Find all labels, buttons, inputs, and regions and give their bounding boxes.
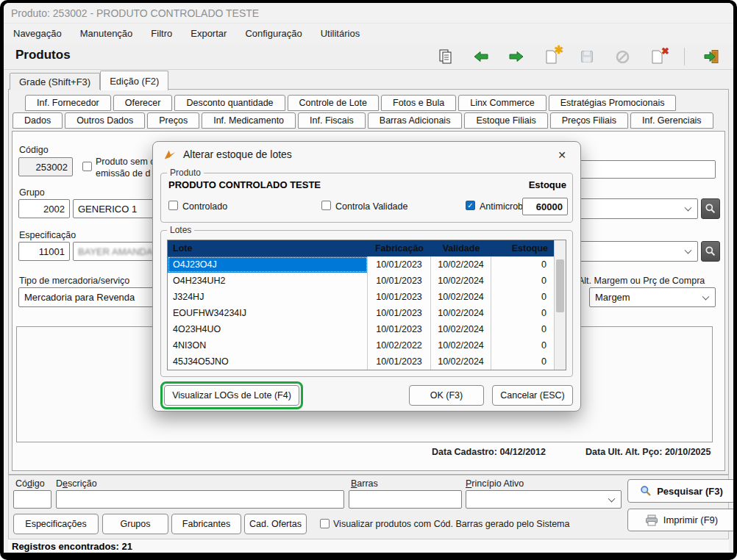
menu-item[interactable]: Utilitários (321, 28, 360, 39)
sub-tab[interactable]: Outros Dados (65, 112, 145, 129)
table-cell[interactable]: 10/02/2024 (431, 321, 491, 337)
sub-tab[interactable]: Preços (147, 112, 199, 129)
table-row[interactable]: 4O23H4UO10/01/202310/02/20240 (168, 321, 554, 337)
table-cell[interactable]: 10/01/2023 (368, 353, 431, 370)
column-header-lote[interactable]: Lote (168, 240, 368, 256)
search-codigo-input[interactable] (13, 490, 51, 509)
dialog-estoque-field[interactable]: 60000 (522, 198, 568, 215)
table-cell[interactable]: 0 (491, 305, 554, 321)
search-principio-combo[interactable] (466, 490, 622, 509)
fabricantes-button[interactable]: Fabricantes (171, 514, 241, 534)
table-cell[interactable]: 0 (491, 256, 554, 273)
table-cell[interactable]: 10/01/2023 (368, 289, 431, 305)
especificacoes-button[interactable]: Especificações (13, 514, 99, 534)
sub-tab[interactable]: Estoque Filiais (464, 112, 547, 129)
sub-tab[interactable]: Inf. Medicamento (202, 112, 296, 129)
controla-validade-label: Controla Validade (335, 201, 407, 212)
table-scrollbar[interactable] (554, 240, 566, 370)
sub-tab[interactable]: Linx Commerce (458, 95, 546, 111)
sub-tab[interactable]: Inf. Fornecedor (25, 95, 111, 111)
table-row[interactable]: EOUFHW34234IJ10/01/202310/02/20240 (168, 305, 554, 321)
column-header-fabricacao[interactable]: Fabricação (368, 240, 431, 256)
search-descricao-input[interactable] (56, 490, 344, 509)
table-cell[interactable]: O4H234UH2 (168, 273, 368, 289)
save-icon[interactable] (578, 48, 596, 65)
scrollbar-thumb[interactable] (556, 259, 564, 312)
table-cell[interactable]: J324HJ (168, 289, 368, 305)
table-cell[interactable]: 10/01/2023 (368, 256, 431, 273)
table-cell[interactable]: 10/02/2024 (431, 305, 491, 321)
table-row[interactable]: 4NI3ON10/02/202210/02/20240 (168, 337, 554, 353)
imprimir-button[interactable]: Imprimir (F9) (627, 509, 733, 531)
menu-item[interactable]: Manutenção (80, 28, 133, 39)
menu-item[interactable]: Navegação (13, 28, 62, 39)
search-barras-input[interactable] (349, 490, 462, 509)
exit-icon[interactable] (702, 48, 720, 65)
controlado-checkbox[interactable] (168, 201, 178, 210)
table-cell[interactable]: 10/01/2023 (368, 321, 431, 337)
selected-lote-cell[interactable]: O4J23O4J (168, 256, 368, 273)
back-arrow-icon[interactable] (472, 48, 490, 65)
sub-tab[interactable]: Inf. Fiscais (298, 112, 366, 129)
menu-item[interactable]: Filtro (151, 28, 172, 39)
grupo-search-button[interactable] (701, 198, 720, 219)
table-cell[interactable]: 10/02/2024 (431, 289, 491, 305)
visualizar-logs-button[interactable]: Visualizar LOGs de Lote (F4) (164, 385, 299, 406)
close-icon[interactable]: ✕ (554, 147, 570, 163)
codigo-field[interactable]: 253002 (18, 157, 73, 176)
especificacao-code-field[interactable]: 11001 (18, 242, 70, 261)
grupos-button[interactable]: Grupos (102, 514, 168, 534)
table-cell[interactable]: 4NI3ON (168, 337, 368, 353)
table-row[interactable]: 45J34O5JNO10/01/202310/02/20240 (168, 353, 554, 370)
ok-button[interactable]: OK (F3) (409, 385, 484, 406)
menu-item[interactable]: Configuração (245, 28, 302, 39)
table-cell[interactable]: 4O23H4UO (168, 321, 368, 337)
pesquisar-button[interactable]: Pesquisar (F3) (627, 479, 733, 503)
table-cell[interactable]: 10/02/2024 (431, 273, 491, 289)
cad-ofertas-button[interactable]: Cad. Ofertas (244, 514, 307, 534)
controla-validade-checkbox[interactable] (321, 201, 331, 210)
table-cell[interactable]: 45J34O5JNO (168, 353, 368, 370)
cancel-icon[interactable] (613, 48, 631, 65)
cancelar-button[interactable]: Cancelar (ESC) (492, 385, 573, 406)
sub-tab[interactable]: Barras Adicionais (368, 112, 463, 129)
sub-tab[interactable]: Dados (13, 112, 63, 129)
table-row[interactable]: O4H234UH210/01/202310/02/20240 (168, 273, 554, 289)
delete-icon[interactable]: ✖ (649, 48, 666, 65)
antimicrobiano-checkbox[interactable]: ✓ (466, 201, 475, 210)
visualizar-barras-checkbox[interactable] (320, 519, 330, 528)
table-cell[interactable]: 0 (491, 321, 554, 337)
sub-tab[interactable]: Estratégias Promocionais (549, 95, 677, 111)
table-cell[interactable]: 0 (491, 289, 554, 305)
table-cell[interactable]: EOUFHW34234IJ (168, 305, 368, 321)
table-cell[interactable]: 10/02/2022 (368, 337, 431, 353)
sub-tab[interactable]: Controle de Lote (288, 95, 379, 111)
alt-margem-combo[interactable]: Margem (589, 287, 716, 307)
table-cell[interactable]: 10/02/2024 (431, 256, 491, 273)
grupo-code-field[interactable]: 2002 (18, 199, 70, 218)
tab-grade[interactable]: Grade (Shift+F3) (10, 73, 100, 90)
new-record-icon[interactable]: ✱ (543, 48, 560, 65)
tab-edicao[interactable]: Edição (F2) (100, 71, 168, 90)
sub-tab[interactable]: Inf. Gerenciais (630, 112, 713, 129)
sub-tab[interactable]: Fotos e Bula (381, 95, 456, 111)
sub-tab[interactable]: Preços Filiais (550, 112, 628, 129)
copy-icon[interactable] (437, 48, 455, 65)
especificacao-search-button[interactable] (701, 241, 720, 262)
table-cell[interactable]: 10/02/2024 (431, 353, 491, 370)
table-cell[interactable]: 10/01/2023 (368, 305, 431, 321)
table-cell[interactable]: 0 (491, 337, 554, 353)
sub-tab[interactable]: Oferecer (113, 95, 173, 111)
column-header-estoque[interactable]: Estoque (491, 240, 554, 256)
table-cell[interactable]: 10/01/2023 (368, 273, 431, 289)
sub-tab[interactable]: Desconto quantidade (174, 95, 285, 111)
table-cell[interactable]: 10/02/2024 (431, 337, 491, 353)
table-cell[interactable]: 0 (491, 353, 554, 370)
table-row[interactable]: J324HJ10/01/202310/02/20240 (168, 289, 554, 305)
column-header-validade[interactable]: Validade (431, 240, 491, 256)
table-row[interactable]: O4J23O4J10/01/202310/02/20240 (168, 256, 554, 273)
menu-item[interactable]: Exportar (191, 28, 227, 39)
table-cell[interactable]: 0 (491, 273, 554, 289)
forward-arrow-icon[interactable] (508, 48, 525, 65)
produto-sem-checkbox[interactable] (82, 162, 92, 171)
